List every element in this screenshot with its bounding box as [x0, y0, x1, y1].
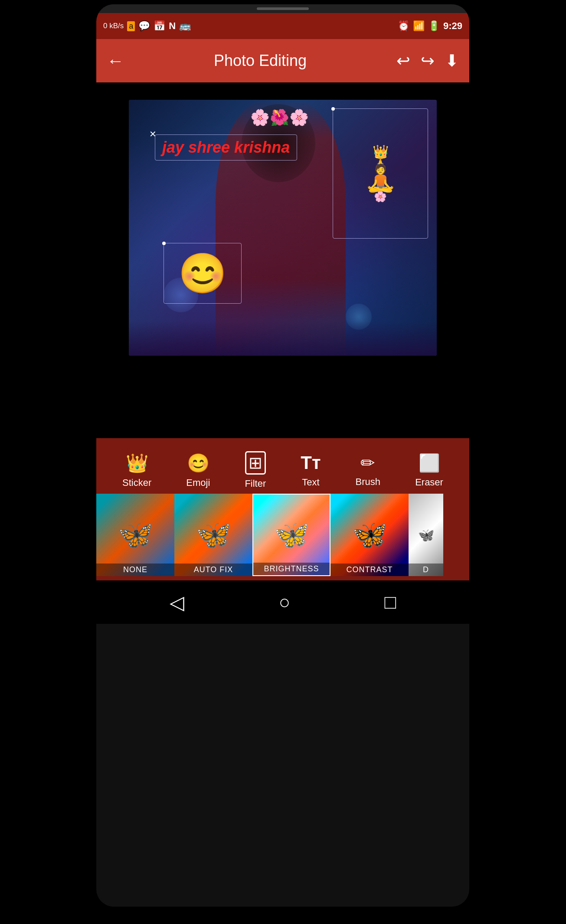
undo-button[interactable]: ↩	[396, 51, 410, 70]
nav-recents-button[interactable]: □	[385, 591, 396, 613]
filter-autofix[interactable]: 🦋 AUTO FIX	[174, 494, 252, 576]
text-icon: Tт	[301, 452, 321, 473]
emoji-handle[interactable]	[162, 242, 166, 245]
nav-home-button[interactable]: ○	[278, 591, 290, 613]
emoji-icon: 😊	[187, 452, 209, 474]
tool-row: 👑 Sticker 😊 Emoji ⊞ Filter Tт Text ✏ Bru…	[96, 447, 469, 494]
eraser-tool[interactable]: ⬜ Eraser	[415, 453, 443, 488]
filter-none[interactable]: 🦋 NONE	[96, 494, 174, 576]
sticker-icon: 👑	[126, 452, 148, 474]
nav-bar: ◁ ○ □	[96, 580, 469, 624]
eraser-label: Eraser	[415, 477, 443, 488]
bus-icon: 🚌	[179, 20, 191, 32]
filter-d-label: D	[409, 564, 443, 576]
filter-d[interactable]: 🦋 D	[409, 494, 443, 576]
amazon-icon: a	[127, 21, 135, 31]
filter-contrast-label: CONTRAST	[330, 564, 409, 576]
nav-back-button[interactable]: ◁	[170, 591, 184, 613]
emoji-label: Emoji	[186, 477, 210, 488]
filter-icon: ⊞	[245, 451, 266, 475]
msg-icon: 💬	[138, 20, 150, 32]
filter-contrast[interactable]: 🦋 CONTRAST	[330, 494, 409, 576]
text-tool[interactable]: Tт Text	[301, 452, 321, 488]
text-label: Text	[302, 477, 319, 488]
sticker-handle[interactable]	[331, 107, 335, 111]
status-bar: 0 kB/s a 💬 📅 N 🚌 ⏰ 📶 🔋 9:29	[96, 13, 469, 39]
battery-icon: 🔋	[428, 20, 440, 32]
calendar-icon: 📅	[154, 20, 165, 32]
spacer	[96, 369, 469, 438]
overlay-text: jay shree krishna	[162, 138, 290, 156]
time-display: 9:29	[443, 20, 462, 32]
brush-icon: ✏	[360, 453, 375, 473]
n-icon: N	[169, 20, 176, 32]
filter-autofix-label: AUTO FIX	[174, 564, 252, 576]
photo-canvas[interactable]: 🌸🌺🌸 ✕ jay shree krishna 👑 🙏 🧘 🌸	[129, 100, 437, 356]
sticker-label: Sticker	[122, 477, 151, 488]
smiley-emoji: 😊	[178, 251, 227, 296]
download-button[interactable]: ⬇	[445, 51, 459, 70]
filter-none-label: NONE	[96, 564, 174, 576]
back-button[interactable]: ←	[107, 51, 124, 71]
app-bar-actions: ↩ ↪ ⬇	[396, 51, 459, 70]
drag-handle	[96, 4, 469, 13]
krishna-sticker: 👑 🙏 🧘 🌸	[333, 109, 428, 238]
eraser-icon: ⬜	[419, 453, 440, 473]
app-title: Photo Editing	[214, 52, 307, 70]
network-speed: 0 kB/s	[103, 22, 124, 30]
drag-handle-bar	[257, 7, 309, 10]
sticker-box[interactable]: 👑 🙏 🧘 🌸	[333, 108, 428, 239]
sticker-tool[interactable]: 👑 Sticker	[122, 452, 151, 488]
app-bar: ← Photo Editing ↩ ↪ ⬇	[96, 39, 469, 82]
alarm-icon: ⏰	[398, 20, 409, 32]
text-overlay[interactable]: ✕ jay shree krishna	[155, 134, 297, 161]
canvas-area: 🌸🌺🌸 ✕ jay shree krishna 👑 🙏 🧘 🌸	[96, 82, 469, 369]
emoji-box[interactable]: 😊	[164, 243, 242, 304]
phone-frame: 0 kB/s a 💬 📅 N 🚌 ⏰ 📶 🔋 9:29 ← Photo Edit…	[96, 4, 469, 907]
bottom-toolbar: 👑 Sticker 😊 Emoji ⊞ Filter Tт Text ✏ Bru…	[96, 438, 469, 580]
brush-tool[interactable]: ✏ Brush	[356, 453, 380, 488]
filter-row: 🦋 NONE 🦋 AUTO FIX 🦋 BRIGHTNESS	[96, 494, 469, 576]
filter-brightness[interactable]: 🦋 BRIGHTNESS	[252, 494, 330, 576]
signal-icon: 📶	[413, 20, 425, 32]
status-left: 0 kB/s a 💬 📅 N 🚌	[103, 20, 191, 32]
redo-button[interactable]: ↪	[421, 51, 435, 70]
filter-tool[interactable]: ⊞ Filter	[245, 451, 266, 489]
status-right: ⏰ 📶 🔋 9:29	[398, 20, 462, 32]
filter-brightness-label: BRIGHTNESS	[253, 563, 330, 575]
emoji-tool[interactable]: 😊 Emoji	[186, 452, 210, 488]
filter-label: Filter	[245, 478, 266, 489]
brush-label: Brush	[356, 476, 380, 488]
close-text-icon[interactable]: ✕	[149, 129, 157, 139]
